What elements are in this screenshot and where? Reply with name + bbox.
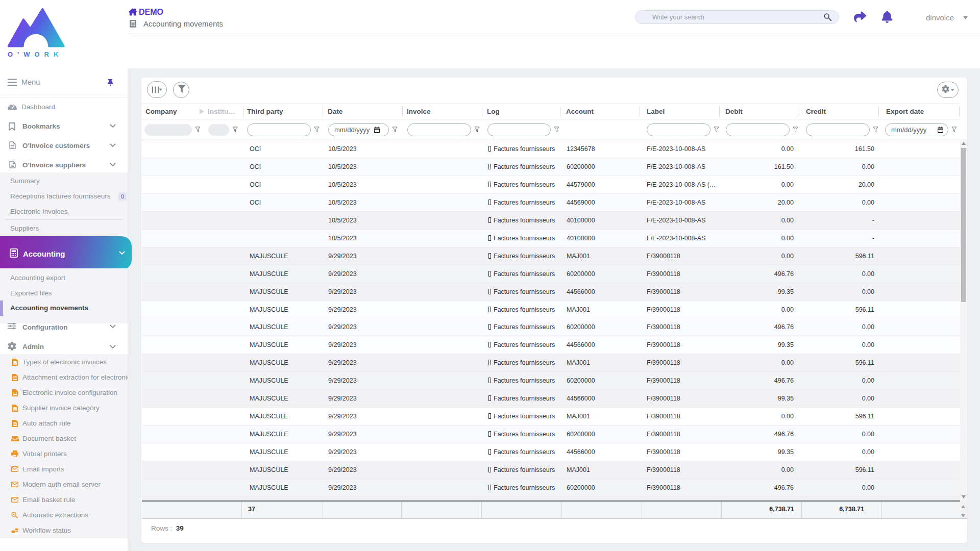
svg-text:O'WORK: O'WORK bbox=[8, 51, 63, 58]
